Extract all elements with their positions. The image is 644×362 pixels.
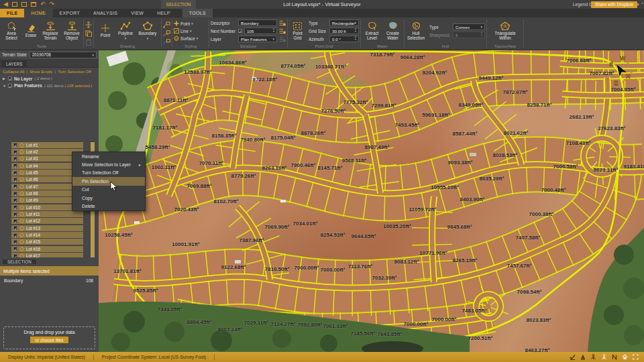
hull-type-dropdown[interactable]: Convex▾ xyxy=(453,23,485,30)
lot-checkbox[interactable]: ✓ xyxy=(13,198,17,202)
show-empty-link[interactable]: Show Empty xyxy=(30,69,53,74)
lot-list-item[interactable]: ✓ Lot #1 xyxy=(0,141,99,148)
styling-point-button[interactable]: Point▾ xyxy=(174,20,193,27)
structure-list-add-icon[interactable] xyxy=(279,28,286,34)
context-menu-item[interactable]: Rename xyxy=(72,152,145,160)
polyline-dropdown-caret[interactable]: ▾ xyxy=(125,37,127,40)
ribbon-tab[interactable]: TOOLS xyxy=(182,9,213,17)
lot-checkbox[interactable]: ✓ xyxy=(13,164,17,168)
undo-icon[interactable]: ↶ xyxy=(40,1,46,7)
selection-type-row[interactable]: Boundary 108 xyxy=(0,276,99,286)
lot-checkbox[interactable]: ✓ xyxy=(13,233,17,237)
layer-no-layer[interactable]: ▶ ✓ No Layer ( 2 items ) xyxy=(0,75,99,82)
context-menu-item[interactable]: Cut xyxy=(72,186,145,194)
layer-dropdown[interactable]: Plan Features ▾ xyxy=(238,36,277,42)
triangulate-within-button[interactable]: Triangulate Within xyxy=(492,21,519,41)
layer-plan-features[interactable]: ▼ ✓ Plan Features ( 111 items | 108 sele… xyxy=(0,82,99,90)
lot-list-item[interactable]: ✓ Lot #14 xyxy=(0,231,99,238)
tree-closed-icon[interactable]: ▶ xyxy=(3,76,6,80)
app-logo-icon[interactable]: ◀ xyxy=(3,1,8,7)
new-file-icon[interactable] xyxy=(12,2,17,7)
collapse-all-link[interactable]: Collapse All xyxy=(3,69,24,74)
ribbon-tab[interactable]: HOME xyxy=(24,9,52,17)
level-tool-icon[interactable] xyxy=(580,354,586,360)
display-units[interactable]: Display Units: Imperial (United States) xyxy=(0,354,94,360)
tab-layers[interactable]: LAYERS xyxy=(1,60,27,67)
point-grid-button[interactable]: Point Grid xyxy=(289,21,306,41)
tripod-grid-icon[interactable] xyxy=(601,354,607,360)
lot-list-item[interactable]: ✓ Lot #15 xyxy=(0,239,99,245)
plan-features-checkbox[interactable]: ✓ xyxy=(8,84,12,88)
lot-checkbox[interactable]: ✓ xyxy=(13,219,17,223)
terrain-state-dropdown[interactable]: 20190708 ▾ xyxy=(30,52,97,58)
share-with-dropbox-button[interactable]: Share with Dropbox xyxy=(591,1,637,9)
polyline-button[interactable]: Polyline ▾ xyxy=(115,21,136,40)
lot-checkbox[interactable]: ✓ xyxy=(13,226,17,230)
north-arrow-icon[interactable] xyxy=(612,354,617,360)
label-surfaces-icon[interactable] xyxy=(163,39,170,46)
context-menu-item[interactable]: Copy xyxy=(72,194,145,202)
boundary-dropdown-caret[interactable]: ▾ xyxy=(147,37,149,40)
lot-list-item[interactable]: ✓ Lot #13 xyxy=(0,225,99,231)
ribbon-tab[interactable]: HELP xyxy=(150,9,177,17)
ribbon-tab[interactable]: FILE xyxy=(0,9,24,17)
lot-checkbox[interactable]: ✓ xyxy=(13,247,17,251)
move-tool-icon[interactable] xyxy=(85,21,92,28)
lot-list-item[interactable]: ✓ Lot #16 xyxy=(0,245,99,252)
area-select-button[interactable]: Area Select xyxy=(1,21,21,41)
structure-list-remove-icon[interactable] xyxy=(279,36,286,42)
lot-checkbox[interactable]: ✓ xyxy=(13,143,17,147)
project-coordinate-system[interactable]: Project Coordinate System: Local (US Sur… xyxy=(94,354,215,360)
lot-checkbox[interactable]: ✓ xyxy=(13,178,17,182)
turn-selection-off-link[interactable]: Turn Selection Off xyxy=(58,69,91,74)
lot-checkbox[interactable]: ✓ xyxy=(13,213,17,217)
fullscreen-icon[interactable] xyxy=(633,354,639,360)
styling-surface-button[interactable]: Surface▾ xyxy=(174,35,198,42)
boundary-button[interactable]: Boundary ▾ xyxy=(137,21,158,40)
map-viewport[interactable]: W S N E xyxy=(99,50,644,352)
ribbon-tab[interactable]: EXPORT xyxy=(53,9,87,17)
grid-type-dropdown[interactable]: Rectangular▾ xyxy=(329,19,359,26)
lot-list-item[interactable]: ✓ Lot #12 xyxy=(0,218,99,225)
context-menu-item[interactable]: Pin Selection xyxy=(72,177,145,185)
hull-selection-button[interactable]: Hull Selection xyxy=(406,21,426,41)
lot-checkbox[interactable]: ✓ xyxy=(13,240,17,244)
lot-list-item[interactable]: ✓ Lot #17 xyxy=(0,253,99,258)
erase-button[interactable]: Erase xyxy=(23,23,39,38)
extract-level-button[interactable]: Extract Level xyxy=(362,21,382,41)
ribbon-tab[interactable]: ANALYSIS xyxy=(87,9,124,17)
home-view-icon[interactable] xyxy=(622,354,628,360)
tree-open-icon[interactable]: ▼ xyxy=(3,84,6,88)
redo-icon[interactable]: ↷ xyxy=(49,1,54,7)
create-water-button[interactable]: Create Water xyxy=(383,21,402,41)
remove-object-button[interactable]: Remove Object xyxy=(62,21,82,41)
lot-checkbox[interactable]: ✓ xyxy=(13,157,17,161)
save-icon[interactable] xyxy=(31,2,36,7)
copy-icon[interactable] xyxy=(85,30,92,37)
azimuth-input[interactable]: 0.0 ° ▴▾ xyxy=(329,36,359,42)
next-number-checkbox[interactable]: ✓ xyxy=(238,29,242,33)
collapse-ribbon-icon[interactable]: ^ xyxy=(641,1,643,6)
lot-checkbox[interactable]: ✓ xyxy=(13,205,17,209)
structure-list-icon[interactable] xyxy=(279,20,286,26)
tripod-icon[interactable] xyxy=(590,354,596,360)
no-layer-checkbox[interactable]: ✓ xyxy=(8,76,12,80)
context-menu-item[interactable]: Delete xyxy=(72,202,145,210)
context-menu-item[interactable]: Move Selection to Layer ▸ xyxy=(72,160,145,168)
lot-checkbox[interactable]: ✓ xyxy=(13,150,17,154)
tab-selection[interactable]: SELECTION xyxy=(3,259,36,264)
context-menu-item[interactable]: Turn Selection Off xyxy=(72,169,145,177)
choose-files-button[interactable]: or choose files xyxy=(30,337,69,343)
ribbon-tab[interactable]: VIEW xyxy=(124,9,150,17)
paste-icon[interactable] xyxy=(85,39,92,46)
styling-line-button[interactable]: Line▾ xyxy=(174,27,191,35)
lot-checkbox[interactable]: ✓ xyxy=(13,171,17,175)
point-button[interactable]: Point xyxy=(97,23,114,38)
label-points-icon[interactable] xyxy=(163,21,170,28)
next-number-input[interactable]: 105 ▴▾ xyxy=(244,27,277,34)
replace-terrain-button[interactable]: Replace Terrain xyxy=(40,21,60,41)
lot-checkbox[interactable]: ✓ xyxy=(13,192,17,196)
measure-check-icon[interactable] xyxy=(570,354,576,360)
descriptor-input[interactable]: Boundary xyxy=(238,19,277,26)
label-lines-icon[interactable] xyxy=(163,30,170,37)
